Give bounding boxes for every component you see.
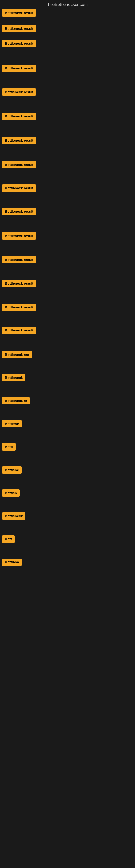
bottleneck-row-9: Bottleneck result [0, 183, 37, 194]
bottleneck-row-23: Bottleneck [0, 511, 27, 522]
bottleneck-row-7: Bottleneck result [0, 135, 37, 146]
bottleneck-badge-24[interactable]: Bott [2, 535, 14, 543]
bottleneck-row-1: Bottleneck result [0, 8, 37, 19]
bottleneck-row-18: Bottleneck re [0, 396, 31, 407]
bottleneck-badge-3[interactable]: Bottleneck result [2, 40, 36, 47]
bottleneck-row-20: Bottl [0, 442, 17, 453]
bottleneck-badge-8[interactable]: Bottleneck result [2, 161, 36, 168]
bottleneck-badge-15[interactable]: Bottleneck result [2, 327, 36, 334]
bottleneck-badge-18[interactable]: Bottleneck re [2, 397, 30, 404]
bottleneck-row-24: Bott [0, 534, 16, 545]
bottleneck-badge-6[interactable]: Bottleneck result [2, 113, 36, 120]
bottleneck-row-21: Bottlene [0, 465, 23, 476]
bottleneck-badge-23[interactable]: Bottleneck [2, 513, 26, 520]
bottleneck-badge-14[interactable]: Bottleneck result [2, 304, 36, 311]
bottleneck-row-17: Bottleneck [0, 373, 27, 383]
bottleneck-row-14: Bottleneck result [0, 303, 37, 313]
bottleneck-badge-19[interactable]: Bottlene [2, 420, 21, 428]
bottleneck-badge-17[interactable]: Bottleneck [2, 374, 26, 381]
bottleneck-badge-16[interactable]: Bottleneck res [2, 351, 32, 358]
bottleneck-badge-1[interactable]: Bottleneck result [2, 9, 36, 17]
bottleneck-badge-10[interactable]: Bottleneck result [2, 208, 36, 215]
bottleneck-badge-22[interactable]: Bottlen [2, 489, 20, 497]
bottleneck-row-6: Bottleneck result [0, 112, 37, 122]
ellipsis-marker: ... [1, 705, 4, 709]
bottleneck-badge-21[interactable]: Bottlene [2, 466, 21, 474]
bottleneck-badge-13[interactable]: Bottleneck result [2, 280, 36, 287]
bottleneck-row-11: Bottleneck result [0, 231, 37, 242]
bottleneck-row-12: Bottleneck result [0, 255, 37, 266]
bottleneck-row-16: Bottleneck res [0, 350, 33, 361]
bottleneck-row-19: Bottlene [0, 419, 23, 430]
bottleneck-badge-4[interactable]: Bottleneck result [2, 65, 36, 72]
bottleneck-badge-12[interactable]: Bottleneck result [2, 256, 36, 264]
bottleneck-row-5: Bottleneck result [0, 87, 37, 98]
bottleneck-badge-20[interactable]: Bottl [2, 443, 16, 451]
bottleneck-row-25: Bottlene [0, 557, 23, 568]
bottleneck-row-15: Bottleneck result [0, 326, 37, 336]
bottleneck-row-2: Bottleneck result [0, 24, 37, 34]
bottleneck-badge-9[interactable]: Bottleneck result [2, 184, 36, 192]
site-title: TheBottlenecker.com [0, 0, 135, 9]
bottleneck-row-10: Bottleneck result [0, 207, 37, 217]
bottleneck-row-4: Bottleneck result [0, 63, 37, 74]
bottleneck-badge-5[interactable]: Bottleneck result [2, 88, 36, 96]
bottleneck-badge-11[interactable]: Bottleneck result [2, 232, 36, 240]
bottleneck-badge-2[interactable]: Bottleneck result [2, 25, 36, 32]
bottleneck-row-8: Bottleneck result [0, 160, 37, 170]
bottleneck-badge-7[interactable]: Bottleneck result [2, 137, 36, 144]
page-container: TheBottlenecker.com Bottleneck resultBot… [0, 0, 135, 868]
bottleneck-badge-25[interactable]: Bottlene [2, 558, 21, 566]
bottleneck-row-22: Bottlen [0, 488, 21, 499]
bottleneck-row-3: Bottleneck result [0, 39, 37, 50]
bottleneck-row-13: Bottleneck result [0, 279, 37, 289]
